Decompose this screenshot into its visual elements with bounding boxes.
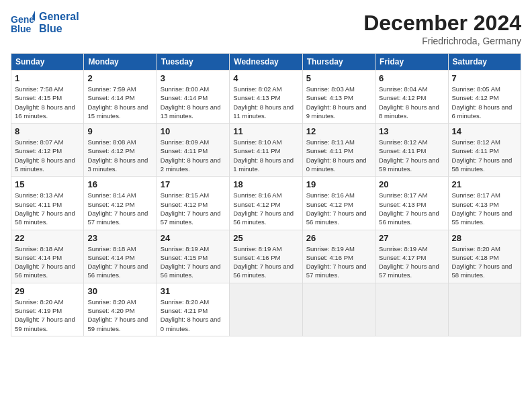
day-info: Sunrise: 8:02 AMSunset: 4:13 PMDaylight:…	[233, 85, 298, 120]
calendar-cell: 31 Sunrise: 8:20 AMSunset: 4:21 PMDaylig…	[157, 283, 229, 336]
day-info: Sunrise: 8:20 AMSunset: 4:19 PMDaylight:…	[15, 298, 80, 333]
weekday-header-friday: Friday	[375, 54, 448, 71]
day-number: 7	[452, 73, 517, 83]
calendar-cell: 1 Sunrise: 7:58 AMSunset: 4:15 PMDayligh…	[11, 71, 84, 124]
day-info: Sunrise: 8:17 AMSunset: 4:13 PMDaylight:…	[452, 191, 517, 226]
calendar-week-5: 29 Sunrise: 8:20 AMSunset: 4:19 PMDaylig…	[11, 283, 521, 336]
calendar-cell: 6 Sunrise: 8:04 AMSunset: 4:12 PMDayligh…	[375, 71, 448, 124]
calendar-cell: 8 Sunrise: 8:07 AMSunset: 4:12 PMDayligh…	[11, 124, 84, 177]
day-number: 26	[306, 233, 371, 243]
day-number: 29	[15, 286, 80, 296]
calendar-body: 1 Sunrise: 7:58 AMSunset: 4:15 PMDayligh…	[11, 71, 521, 336]
day-number: 5	[306, 73, 371, 83]
day-number: 16	[87, 179, 152, 189]
calendar-cell: 18 Sunrise: 8:16 AMSunset: 4:12 PMDaylig…	[230, 177, 302, 230]
calendar-week-3: 15 Sunrise: 8:13 AMSunset: 4:11 PMDaylig…	[11, 177, 521, 230]
day-info: Sunrise: 8:09 AMSunset: 4:11 PMDaylight:…	[161, 138, 226, 173]
calendar-week-1: 1 Sunrise: 7:58 AMSunset: 4:15 PMDayligh…	[11, 71, 521, 124]
day-info: Sunrise: 8:00 AMSunset: 4:14 PMDaylight:…	[161, 85, 226, 120]
day-info: Sunrise: 8:08 AMSunset: 4:12 PMDaylight:…	[87, 138, 152, 173]
day-info: Sunrise: 8:20 AMSunset: 4:21 PMDaylight:…	[161, 298, 226, 333]
day-number: 1	[15, 73, 80, 83]
month-title: December 2024	[363, 11, 521, 36]
day-info: Sunrise: 8:12 AMSunset: 4:11 PMDaylight:…	[379, 138, 444, 173]
calendar-cell: 26 Sunrise: 8:19 AMSunset: 4:16 PMDaylig…	[302, 230, 375, 283]
day-number: 22	[15, 233, 80, 243]
calendar-table: SundayMondayTuesdayWednesdayThursdayFrid…	[11, 53, 521, 336]
day-number: 4	[233, 73, 298, 83]
day-info: Sunrise: 8:15 AMSunset: 4:12 PMDaylight:…	[161, 191, 226, 226]
day-info: Sunrise: 8:16 AMSunset: 4:12 PMDaylight:…	[233, 191, 298, 226]
day-info: Sunrise: 8:19 AMSunset: 4:17 PMDaylight:…	[379, 244, 444, 280]
logo: General Blue General Blue	[11, 11, 79, 35]
calendar-cell: 25 Sunrise: 8:19 AMSunset: 4:16 PMDaylig…	[230, 230, 302, 283]
day-number: 12	[306, 126, 371, 136]
day-info: Sunrise: 8:17 AMSunset: 4:13 PMDaylight:…	[379, 191, 444, 226]
calendar-cell: 28 Sunrise: 8:20 AMSunset: 4:18 PMDaylig…	[448, 230, 521, 283]
calendar-week-4: 22 Sunrise: 8:18 AMSunset: 4:14 PMDaylig…	[11, 230, 521, 283]
weekday-header-wednesday: Wednesday	[230, 54, 302, 71]
day-info: Sunrise: 8:20 AMSunset: 4:18 PMDaylight:…	[452, 244, 517, 280]
location: Friedrichroda, Germany	[363, 36, 521, 46]
day-info: Sunrise: 8:19 AMSunset: 4:16 PMDaylight:…	[306, 244, 371, 280]
day-number: 8	[15, 126, 80, 136]
calendar-cell: 20 Sunrise: 8:17 AMSunset: 4:13 PMDaylig…	[375, 177, 448, 230]
day-number: 18	[233, 179, 298, 189]
day-number: 24	[161, 233, 226, 243]
day-info: Sunrise: 8:14 AMSunset: 4:12 PMDaylight:…	[87, 191, 152, 226]
calendar-cell	[230, 283, 302, 336]
day-number: 23	[87, 233, 152, 243]
day-info: Sunrise: 8:03 AMSunset: 4:13 PMDaylight:…	[306, 85, 371, 120]
calendar-cell: 12 Sunrise: 8:11 AMSunset: 4:11 PMDaylig…	[302, 124, 375, 177]
day-number: 9	[87, 126, 152, 136]
calendar-week-2: 8 Sunrise: 8:07 AMSunset: 4:12 PMDayligh…	[11, 124, 521, 177]
calendar-cell: 7 Sunrise: 8:05 AMSunset: 4:12 PMDayligh…	[448, 71, 521, 124]
calendar-cell: 4 Sunrise: 8:02 AMSunset: 4:13 PMDayligh…	[230, 71, 302, 124]
day-number: 11	[233, 126, 298, 136]
calendar-cell: 13 Sunrise: 8:12 AMSunset: 4:11 PMDaylig…	[375, 124, 448, 177]
calendar-cell	[302, 283, 375, 336]
day-info: Sunrise: 7:59 AMSunset: 4:14 PMDaylight:…	[87, 85, 152, 120]
calendar-header-row: SundayMondayTuesdayWednesdayThursdayFrid…	[11, 54, 521, 71]
day-info: Sunrise: 8:07 AMSunset: 4:12 PMDaylight:…	[15, 138, 80, 173]
weekday-header-thursday: Thursday	[302, 54, 375, 71]
day-number: 30	[87, 286, 152, 296]
day-info: Sunrise: 8:19 AMSunset: 4:16 PMDaylight:…	[233, 244, 298, 280]
day-number: 14	[452, 126, 517, 136]
weekday-header-sunday: Sunday	[11, 54, 84, 71]
day-number: 17	[161, 179, 226, 189]
title-block: December 2024 Friedrichroda, Germany	[363, 11, 521, 46]
page-header: General Blue General Blue December 2024 …	[11, 11, 521, 46]
day-number: 27	[379, 233, 444, 243]
day-number: 2	[87, 73, 152, 83]
calendar-cell: 11 Sunrise: 8:10 AMSunset: 4:11 PMDaylig…	[230, 124, 302, 177]
calendar-cell: 2 Sunrise: 7:59 AMSunset: 4:14 PMDayligh…	[84, 71, 157, 124]
day-info: Sunrise: 7:58 AMSunset: 4:15 PMDaylight:…	[15, 85, 80, 120]
day-info: Sunrise: 8:12 AMSunset: 4:11 PMDaylight:…	[452, 138, 517, 173]
day-info: Sunrise: 8:04 AMSunset: 4:12 PMDaylight:…	[379, 85, 444, 120]
calendar-cell: 15 Sunrise: 8:13 AMSunset: 4:11 PMDaylig…	[11, 177, 84, 230]
day-info: Sunrise: 8:20 AMSunset: 4:20 PMDaylight:…	[87, 298, 152, 333]
day-info: Sunrise: 8:19 AMSunset: 4:15 PMDaylight:…	[161, 244, 226, 280]
weekday-header-tuesday: Tuesday	[157, 54, 229, 71]
day-number: 20	[379, 179, 444, 189]
calendar-cell: 24 Sunrise: 8:19 AMSunset: 4:15 PMDaylig…	[157, 230, 229, 283]
day-number: 25	[233, 233, 298, 243]
day-number: 28	[452, 233, 517, 243]
day-info: Sunrise: 8:18 AMSunset: 4:14 PMDaylight:…	[87, 244, 152, 280]
calendar-cell: 29 Sunrise: 8:20 AMSunset: 4:19 PMDaylig…	[11, 283, 84, 336]
day-info: Sunrise: 8:05 AMSunset: 4:12 PMDaylight:…	[452, 85, 517, 120]
calendar-cell: 22 Sunrise: 8:18 AMSunset: 4:14 PMDaylig…	[11, 230, 84, 283]
day-number: 15	[15, 179, 80, 189]
calendar-cell	[375, 283, 448, 336]
day-number: 19	[306, 179, 371, 189]
calendar-cell: 14 Sunrise: 8:12 AMSunset: 4:11 PMDaylig…	[448, 124, 521, 177]
calendar-cell: 3 Sunrise: 8:00 AMSunset: 4:14 PMDayligh…	[157, 71, 229, 124]
day-info: Sunrise: 8:16 AMSunset: 4:12 PMDaylight:…	[306, 191, 371, 226]
day-number: 10	[161, 126, 226, 136]
day-number: 6	[379, 73, 444, 83]
svg-text:Blue: Blue	[11, 24, 32, 34]
day-number: 31	[161, 286, 226, 296]
day-info: Sunrise: 8:18 AMSunset: 4:14 PMDaylight:…	[15, 244, 80, 280]
day-number: 3	[161, 73, 226, 83]
